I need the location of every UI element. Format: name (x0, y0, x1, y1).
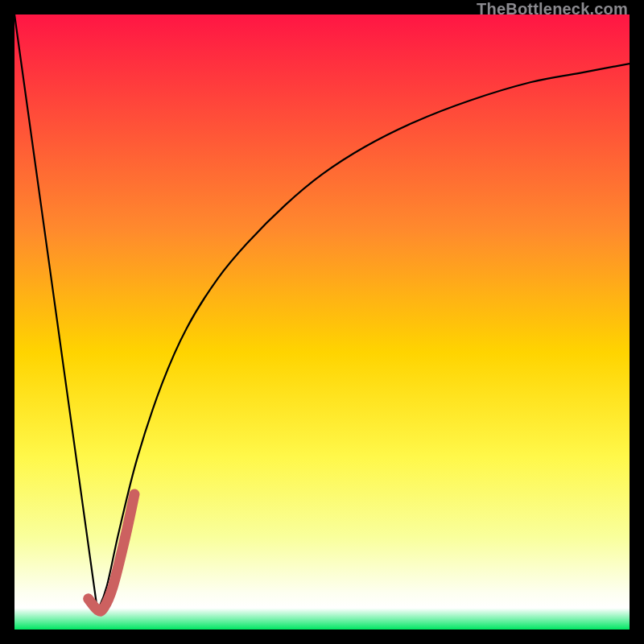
chart-frame: TheBottleneck.com (0, 0, 644, 644)
chart-plot (14, 14, 630, 630)
gradient-background (14, 14, 630, 630)
